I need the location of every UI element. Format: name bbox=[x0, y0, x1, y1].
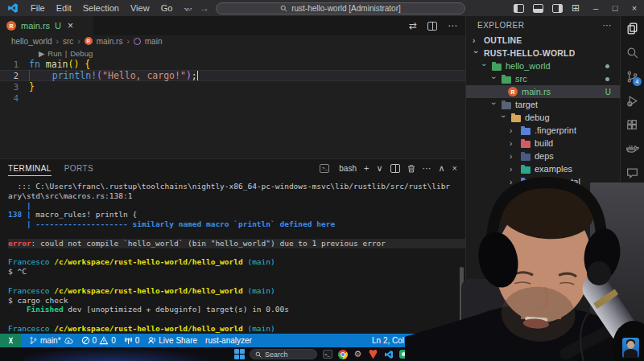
terminal-panel[interactable]: TERMINAL PORTS >_ bash + ∨ ⋯ ∧ × ::: C:\… bbox=[0, 158, 465, 334]
activity-docker-icon[interactable] bbox=[621, 137, 644, 161]
breadcrumb-folder[interactable]: hello_world bbox=[11, 37, 52, 46]
tab-ports[interactable]: PORTS bbox=[64, 161, 93, 175]
terminal-scrollbar[interactable] bbox=[460, 267, 464, 331]
close-button[interactable]: × bbox=[625, 3, 644, 13]
tree-item-file[interactable] bbox=[466, 252, 620, 265]
code-editor[interactable]: ▶ Run | Debug 1fn main() {2 println!("He… bbox=[0, 47, 465, 158]
code-line[interactable]: 1fn main() { bbox=[0, 59, 465, 70]
tree-item-build[interactable]: ›build bbox=[466, 137, 620, 150]
modified-dot bbox=[605, 77, 609, 81]
start-button-icon[interactable] bbox=[234, 349, 245, 359]
terminal-text: ::: C:\Users\franc\.rustup\toolchains\ni… bbox=[8, 182, 450, 191]
tree-item-main-rs[interactable]: main.rsU bbox=[466, 85, 620, 98]
activity-comments-icon[interactable] bbox=[621, 161, 644, 185]
split-editor-icon[interactable] bbox=[427, 22, 437, 31]
remote-indicator[interactable] bbox=[0, 334, 21, 347]
line-number: 4 bbox=[0, 92, 29, 104]
live-share-status[interactable]: Live Share bbox=[147, 336, 197, 345]
tree-item-outline[interactable]: ›OUTLINE bbox=[466, 34, 620, 47]
tree-item-file[interactable] bbox=[466, 201, 620, 214]
command-center-search[interactable]: rust-hello-world [Administrator] bbox=[216, 2, 465, 14]
tree-item-target[interactable]: ›target bbox=[466, 98, 620, 111]
menu-edit[interactable]: Edit bbox=[51, 3, 77, 13]
activity-run-debug-icon[interactable] bbox=[621, 88, 644, 113]
indentation-status[interactable]: Spaces: 4 bbox=[426, 336, 461, 345]
codelens-debug-link[interactable]: Debug bbox=[70, 49, 93, 58]
new-terminal-icon[interactable]: + bbox=[364, 163, 369, 173]
rust-analyzer-label: rust-analyzer bbox=[205, 336, 252, 345]
shell-name[interactable]: bash bbox=[339, 164, 357, 173]
activity-explorer-icon[interactable] bbox=[621, 16, 644, 40]
panel-close-icon[interactable]: × bbox=[452, 163, 457, 173]
code-line[interactable]: 4 bbox=[0, 92, 465, 104]
taskbar-terminal-icon[interactable]: >_ bbox=[322, 349, 332, 359]
activity-extensions-icon[interactable] bbox=[621, 113, 644, 137]
terminal-dropdown-icon[interactable]: ∨ bbox=[376, 163, 382, 174]
nav-back-icon[interactable]: ← bbox=[184, 0, 193, 16]
menu-view[interactable]: View bbox=[125, 3, 155, 13]
terminal-output[interactable]: ::: C:\Users\franc\.rustup\toolchains\ni… bbox=[0, 177, 465, 343]
tree-item-file[interactable] bbox=[466, 240, 620, 252]
tab-main-rs[interactable]: main.rs U × bbox=[0, 16, 93, 35]
picture-in-picture-avatar[interactable] bbox=[622, 338, 639, 358]
language-server-status[interactable]: rust-analyzer bbox=[205, 336, 252, 345]
minimize-button[interactable]: – bbox=[586, 3, 605, 13]
tab-terminal[interactable]: TERMINAL bbox=[8, 161, 52, 176]
split-terminal-icon[interactable] bbox=[390, 164, 400, 173]
toggle-sidebar-icon[interactable] bbox=[514, 4, 524, 13]
menu-selection[interactable]: Selection bbox=[77, 3, 125, 13]
breadcrumb-symbol[interactable]: main bbox=[145, 37, 163, 46]
breadcrumb-file[interactable]: main.rs bbox=[97, 37, 123, 46]
vscode-logo-icon[interactable] bbox=[7, 2, 19, 14]
tree-item-file[interactable] bbox=[466, 291, 620, 304]
tree-item-examples[interactable]: ›examples bbox=[466, 162, 620, 175]
menu-file[interactable]: File bbox=[25, 3, 51, 13]
tree-item-deps[interactable]: ›deps bbox=[466, 150, 620, 162]
tree-item--fingerprint[interactable]: ›.fingerprint bbox=[466, 124, 620, 137]
problems-status[interactable]: 0 0 bbox=[81, 336, 116, 345]
nav-forward-icon[interactable]: → bbox=[200, 0, 209, 16]
branch-status[interactable]: main* bbox=[29, 336, 73, 345]
activity-source-control-icon[interactable]: 4 bbox=[621, 64, 644, 88]
taskbar-search[interactable]: Search bbox=[250, 349, 317, 359]
taskbar-capture-icon[interactable] bbox=[398, 349, 409, 359]
tree-item-file[interactable] bbox=[466, 227, 620, 240]
cursor-position[interactable]: Ln 2, Col 31 bbox=[372, 336, 415, 345]
tree-item-hello-world[interactable]: ›hello_world bbox=[466, 59, 620, 72]
open-changes-icon[interactable]: ⇄ bbox=[409, 20, 417, 31]
taskbar-vscode-icon[interactable] bbox=[383, 349, 394, 359]
tree-item-debug[interactable]: ›debug bbox=[466, 111, 620, 124]
tree-item-rust-hello-world[interactable]: ›RUST-HELLO-WORLD bbox=[466, 47, 620, 59]
maximize-button[interactable]: □ bbox=[605, 3, 625, 13]
activity-search-icon[interactable] bbox=[621, 40, 644, 64]
tree-item-file[interactable] bbox=[466, 265, 620, 278]
breadcrumb-src[interactable]: src bbox=[63, 37, 73, 46]
taskbar-settings-icon[interactable]: ⚙ bbox=[353, 349, 363, 359]
code-line[interactable]: 2 println!("Hello, cargo!"); bbox=[0, 70, 465, 81]
menu-go[interactable]: Go bbox=[155, 3, 179, 13]
customize-layout-icon[interactable]: ⊞ bbox=[572, 4, 580, 13]
tree-item-label: .fingerprint bbox=[535, 125, 576, 135]
taskbar-chrome-icon[interactable] bbox=[337, 349, 348, 359]
toggle-panel-icon[interactable] bbox=[533, 4, 543, 13]
code-line[interactable]: 3} bbox=[0, 81, 465, 92]
tree-item-file[interactable] bbox=[466, 278, 620, 291]
tree-item-file[interactable] bbox=[466, 188, 620, 201]
tree-item-file[interactable] bbox=[466, 304, 620, 317]
trash-icon[interactable] bbox=[407, 164, 415, 173]
editor-more-icon[interactable]: ⋯ bbox=[448, 20, 457, 31]
tab-close-icon[interactable]: × bbox=[68, 20, 73, 31]
rust-file-icon bbox=[508, 87, 518, 96]
ports-status[interactable]: 0 bbox=[124, 336, 140, 345]
taskbar-explorer-icon[interactable] bbox=[414, 349, 424, 359]
terminal-more-icon[interactable]: ⋯ bbox=[423, 163, 431, 174]
codelens-run-link[interactable]: Run bbox=[47, 49, 61, 58]
explorer-more-icon[interactable]: ⋯ bbox=[603, 20, 613, 31]
terminal-line: Francesco /c/workspace/rust-hello-world/… bbox=[8, 257, 465, 267]
tree-item-src[interactable]: ›src bbox=[466, 72, 620, 85]
tree-item-incremental[interactable]: ›incremental bbox=[466, 175, 620, 188]
toggle-secondary-sidebar-icon[interactable] bbox=[552, 4, 563, 13]
panel-collapse-icon[interactable]: ∧ bbox=[439, 163, 445, 174]
taskbar-brave-icon[interactable] bbox=[368, 349, 378, 359]
tree-item-file[interactable] bbox=[466, 214, 620, 227]
